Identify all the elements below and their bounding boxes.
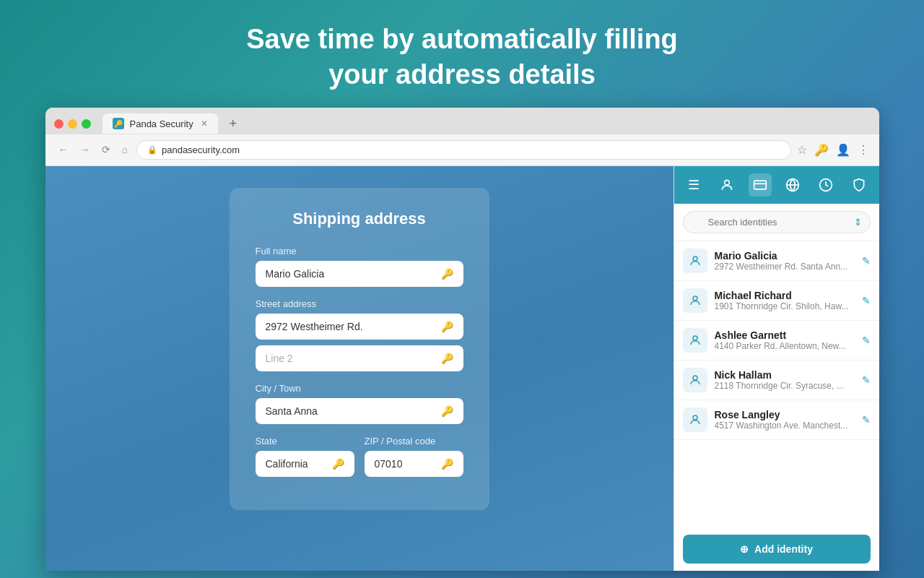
identity-list: Mario Galicia 2972 Westheimer Rd. Santa …: [674, 241, 879, 527]
street-group: Street address 2972 Westheimer Rd. 🔑 Lin…: [256, 298, 463, 371]
tab-label: Panda Security: [130, 118, 193, 129]
forward-button[interactable]: →: [77, 142, 93, 157]
bookmark-icon[interactable]: ☆: [797, 143, 807, 157]
hero-line2: your address details: [328, 59, 596, 90]
identity-edit-button[interactable]: ✎: [862, 374, 871, 386]
address-bar[interactable]: 🔒 pandasecurity.com: [136, 140, 791, 160]
home-button[interactable]: ⌂: [119, 142, 131, 157]
menu-icon[interactable]: ⋮: [858, 143, 869, 157]
browser-toolbar: ☆ 🔑 👤 ⋮: [797, 143, 869, 157]
form-title: Shipping address: [256, 210, 463, 228]
identity-item[interactable]: Michael Richard 1901 Thornridge Cir. Shi…: [674, 281, 879, 321]
city-input[interactable]: Santa Anna 🔑: [256, 398, 463, 424]
identity-item[interactable]: Ashlee Garnett 4140 Parker Rd. Allentown…: [674, 321, 879, 361]
identity-item[interactable]: Mario Galicia 2972 Westheimer Rd. Santa …: [674, 241, 879, 281]
identity-avatar: [683, 407, 707, 432]
zip-group: ZIP / Postal code 07010 🔑: [365, 436, 463, 477]
line2-input[interactable]: Line 2 🔑: [256, 345, 463, 371]
identity-name: Nick Hallam: [715, 369, 855, 381]
new-tab-button[interactable]: +: [224, 113, 243, 134]
identity-avatar: [683, 288, 707, 313]
maximize-button[interactable]: [82, 119, 91, 129]
ext-search-area: 🔍 ⇕: [674, 204, 879, 241]
add-identity-label: Add identity: [754, 543, 813, 555]
hero-line1: Save time by automatically filling: [246, 24, 678, 54]
url-text: pandasecurity.com: [162, 144, 240, 155]
identity-address: 2118 Thornridge Cir. Syracuse, ...: [715, 381, 855, 391]
identity-info: Nick Hallam 2118 Thornridge Cir. Syracus…: [715, 369, 855, 391]
ext-person-icon[interactable]: [715, 173, 738, 197]
add-identity-button[interactable]: ⊕ Add identity: [683, 535, 871, 564]
ext-shield-icon[interactable]: [847, 173, 871, 197]
identity-avatar: [683, 249, 707, 273]
zip-input[interactable]: 07010 🔑: [365, 451, 463, 477]
zip-key-icon: 🔑: [441, 458, 453, 470]
state-zip-row: State California 🔑 ZIP / Postal code 070…: [256, 436, 463, 488]
identity-name: Michael Richard: [715, 290, 855, 301]
state-group: State California 🔑: [256, 436, 354, 477]
identity-address: 4140 Parker Rd. Allentown, New...: [715, 341, 855, 351]
ext-toolbar: ☰: [674, 166, 879, 204]
identity-address: 2972 Westheimer Rd. Santa Ann...: [715, 262, 855, 272]
line2-placeholder: Line 2: [266, 353, 293, 364]
sort-icon[interactable]: ⇕: [854, 217, 862, 228]
close-button[interactable]: [54, 119, 64, 129]
svg-point-9: [693, 376, 697, 380]
city-key-icon: 🔑: [441, 405, 453, 417]
browser-content: Shipping address Full name Mario Galicia…: [45, 166, 879, 571]
identity-item[interactable]: Rose Langley 4517 Washington Ave. Manche…: [674, 400, 879, 440]
ext-menu-icon[interactable]: ☰: [683, 173, 706, 197]
ext-clock-icon[interactable]: [814, 173, 837, 197]
browser-addressbar: ← → ⟳ ⌂ 🔒 pandasecurity.com ☆ 🔑 👤 ⋮: [45, 134, 879, 166]
add-icon: ⊕: [740, 543, 749, 555]
identity-info: Mario Galicia 2972 Westheimer Rd. Santa …: [715, 250, 855, 272]
identity-edit-button[interactable]: ✎: [862, 335, 871, 346]
extension-panel: ☰: [674, 166, 879, 571]
ext-globe-icon[interactable]: [782, 173, 805, 197]
street-value: 2972 Westheimer Rd.: [266, 321, 363, 332]
zip-value: 07010: [375, 458, 403, 470]
identity-name: Mario Galicia: [715, 250, 855, 262]
identity-edit-button[interactable]: ✎: [862, 295, 871, 306]
identity-info: Michael Richard 1901 Thornridge Cir. Shi…: [715, 290, 855, 311]
svg-point-8: [693, 336, 697, 340]
back-button[interactable]: ←: [56, 142, 71, 157]
svg-point-0: [725, 180, 730, 185]
identity-item[interactable]: Nick Hallam 2118 Thornridge Cir. Syracus…: [674, 361, 879, 400]
lock-icon: 🔒: [147, 145, 157, 155]
full-name-group: Full name Mario Galicia 🔑: [256, 246, 463, 287]
ext-card-icon[interactable]: [749, 173, 772, 197]
browser-window: 🔑 Panda Security ✕ + ← → ⟳ ⌂ 🔒 pandasecu…: [45, 108, 879, 571]
svg-point-7: [693, 296, 697, 301]
search-input[interactable]: [683, 211, 871, 233]
active-tab[interactable]: 🔑 Panda Security ✕: [103, 113, 218, 134]
identity-info: Rose Langley 4517 Washington Ave. Manche…: [715, 409, 855, 431]
hero-heading: Save time by automatically filling your …: [232, 0, 692, 108]
svg-rect-1: [754, 181, 766, 189]
city-group: City / Town Santa Anna 🔑: [256, 383, 463, 424]
svg-point-10: [693, 415, 697, 420]
identity-info: Ashlee Garnett 4140 Parker Rd. Allentown…: [715, 329, 855, 351]
browser-titlebar: 🔑 Panda Security ✕ +: [45, 108, 879, 134]
tab-close-button[interactable]: ✕: [201, 118, 208, 129]
identity-name: Rose Langley: [715, 409, 855, 420]
search-wrap: 🔍 ⇕: [683, 211, 871, 233]
full-name-input[interactable]: Mario Galicia 🔑: [256, 261, 463, 287]
tab-favicon: 🔑: [113, 118, 124, 129]
autofill-key-icon: 🔑: [441, 268, 453, 280]
traffic-lights: [54, 119, 91, 129]
profile-icon[interactable]: 👤: [836, 143, 850, 157]
panda-extension-icon[interactable]: 🔑: [814, 143, 829, 157]
full-name-label: Full name: [256, 246, 463, 256]
minimize-button[interactable]: [68, 119, 77, 129]
identity-edit-button[interactable]: ✎: [862, 414, 871, 426]
state-input[interactable]: California 🔑: [256, 451, 354, 477]
street-input[interactable]: 2972 Westheimer Rd. 🔑: [256, 314, 463, 340]
street-key-icon: 🔑: [441, 321, 453, 332]
zip-label: ZIP / Postal code: [365, 436, 463, 447]
identity-edit-button[interactable]: ✎: [862, 255, 871, 267]
identity-avatar: [683, 328, 707, 353]
reload-button[interactable]: ⟳: [99, 142, 113, 157]
state-key-icon: 🔑: [332, 458, 344, 470]
identity-address: 4517 Washington Ave. Manchest...: [715, 420, 855, 431]
